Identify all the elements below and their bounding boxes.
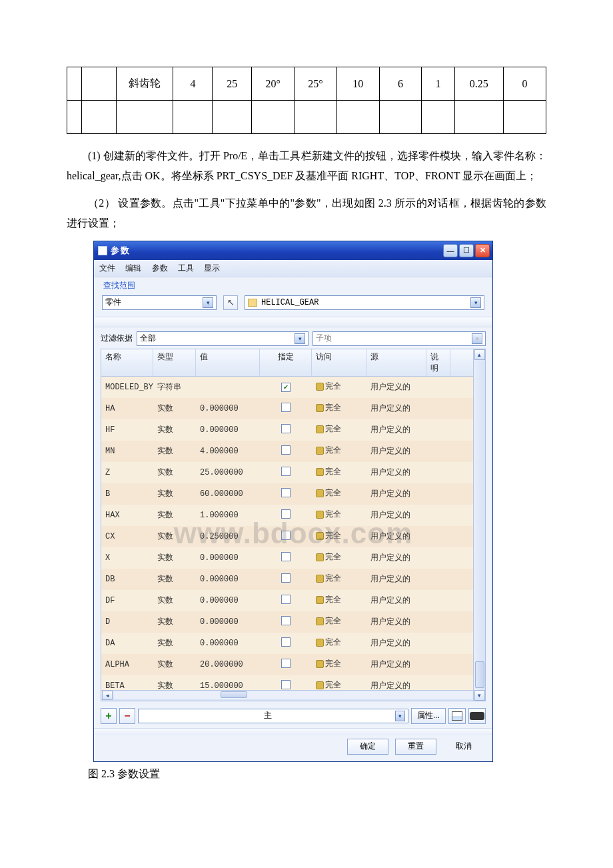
find-icon[interactable] <box>468 708 486 724</box>
title-bar[interactable]: 参数 — ☐ ✕ <box>94 241 492 260</box>
table-row[interactable]: BETA实数15.000000完全用户定义的 <box>101 675 485 690</box>
scroll-down-icon[interactable]: ▾ <box>474 690 485 701</box>
checkbox-icon[interactable] <box>281 383 291 392</box>
cell-spec[interactable] <box>260 445 312 457</box>
table-row[interactable]: HA实数0.000000完全用户定义的 <box>101 398 485 419</box>
properties-button[interactable]: 属性... <box>411 708 446 724</box>
cell-value[interactable]: 15.000000 <box>196 681 260 690</box>
cancel-button[interactable]: 取消 <box>443 739 484 755</box>
checkbox-icon[interactable] <box>281 424 291 433</box>
checkbox-icon[interactable] <box>281 680 291 689</box>
table-view-icon[interactable] <box>448 708 466 724</box>
checkbox-icon[interactable] <box>281 552 291 561</box>
checkbox-icon[interactable] <box>281 509 291 519</box>
col-access[interactable]: 访问 <box>312 349 366 376</box>
ok-button[interactable]: 确定 <box>347 739 388 755</box>
table-row[interactable]: X实数0.000000完全用户定义的 <box>101 547 485 569</box>
cell-value[interactable]: 25.000000 <box>196 468 260 477</box>
cell-value[interactable]: 0.000000 <box>196 404 260 413</box>
checkbox-icon[interactable] <box>281 616 291 625</box>
reset-button[interactable]: 重置 <box>395 739 436 755</box>
vscroll-thumb[interactable] <box>475 661 484 688</box>
file-combo[interactable]: HELICAL_GEAR ▾ <box>245 295 484 310</box>
table-row[interactable]: Z实数25.000000完全用户定义的 <box>101 462 485 483</box>
remove-button[interactable]: − <box>119 708 135 724</box>
table-row[interactable]: DB实数0.000000完全用户定义的 <box>101 569 485 590</box>
cell-spec[interactable] <box>260 552 312 564</box>
col-type[interactable]: 类型 <box>153 349 196 376</box>
menu-file[interactable]: 文件 <box>99 263 115 273</box>
cell-name: HA <box>101 404 153 413</box>
table-row[interactable]: MODELED_BY字符串完全用户定义的 <box>101 377 485 398</box>
checkbox-icon[interactable] <box>281 403 291 412</box>
grid-body[interactable]: www.bdocx.com MODELED_BY字符串完全用户定义的HA实数0.… <box>101 377 485 690</box>
table-row[interactable]: DA实数0.000000完全用户定义的 <box>101 633 485 654</box>
cell-spec[interactable] <box>260 509 312 521</box>
cell-spec[interactable] <box>260 531 312 543</box>
cell-value[interactable]: 0.000000 <box>196 575 260 584</box>
main-combo[interactable]: 主 ▾ <box>138 709 408 723</box>
cell-spec[interactable] <box>260 488 312 500</box>
col-desc[interactable]: 说明 <box>426 349 450 376</box>
cell-value[interactable]: 0.000000 <box>196 596 260 605</box>
col-value[interactable]: 值 <box>196 349 260 376</box>
subitem-combo[interactable]: 子项 ▾ <box>312 331 486 346</box>
table-row[interactable]: HF实数0.000000完全用户定义的 <box>101 419 485 441</box>
pointer-button[interactable]: ↖ <box>223 295 238 310</box>
cell-value[interactable]: 0.000000 <box>196 617 260 627</box>
cell-value[interactable]: 0.250000 <box>196 532 260 541</box>
cell-value[interactable]: 1.000000 <box>196 511 260 520</box>
table-row[interactable]: MN实数4.000000完全用户定义的 <box>101 441 485 462</box>
cell-spec[interactable] <box>260 467 312 479</box>
table-row[interactable]: D实数0.000000完全用户定义的 <box>101 611 485 633</box>
filter-combo[interactable]: 全部 ▾ <box>137 331 308 346</box>
menu-params[interactable]: 参数 <box>152 263 168 273</box>
vertical-scrollbar[interactable]: ▴ ▾ <box>473 349 485 701</box>
menu-tools[interactable]: 工具 <box>178 263 194 273</box>
table-row[interactable]: CX实数0.250000完全用户定义的 <box>101 526 485 547</box>
cell-spec[interactable] <box>260 680 312 690</box>
scope-combo[interactable]: 零件 ▾ <box>102 295 217 310</box>
horizontal-scrollbar[interactable]: ◂ ▸ <box>101 690 485 701</box>
checkbox-icon[interactable] <box>281 637 291 647</box>
table-row[interactable]: DF实数0.000000完全用户定义的 <box>101 590 485 611</box>
cell-spec[interactable] <box>260 595 312 607</box>
cell-spec[interactable] <box>260 616 312 628</box>
checkbox-icon[interactable] <box>281 445 291 455</box>
hscroll-thumb[interactable] <box>221 691 247 698</box>
table-row[interactable]: ALPHA实数20.000000完全用户定义的 <box>101 654 485 675</box>
table-row[interactable]: HAX实数1.000000完全用户定义的 <box>101 505 485 526</box>
checkbox-icon[interactable] <box>281 467 291 476</box>
menu-edit[interactable]: 编辑 <box>125 263 141 273</box>
cell-spec[interactable] <box>260 424 312 436</box>
maximize-button[interactable]: ☐ <box>459 244 474 257</box>
table-row[interactable]: B实数60.000000完全用户定义的 <box>101 483 485 505</box>
col-spec[interactable]: 指定 <box>260 349 312 376</box>
add-button[interactable]: + <box>101 708 117 724</box>
cell-spec[interactable] <box>260 383 312 392</box>
cell-spec[interactable] <box>260 659 312 671</box>
cell-value[interactable]: 0.000000 <box>196 425 260 435</box>
cell-spec[interactable] <box>260 403 312 415</box>
cell-value[interactable]: 0.000000 <box>196 553 260 563</box>
minimize-button[interactable]: — <box>443 244 458 257</box>
cell-source: 用户定义的 <box>366 573 426 585</box>
cell-value[interactable]: 0.000000 <box>196 639 260 648</box>
cell-value[interactable]: 20.000000 <box>196 660 260 669</box>
checkbox-icon[interactable] <box>281 595 291 604</box>
scroll-up-icon[interactable]: ▴ <box>474 349 485 360</box>
checkbox-icon[interactable] <box>281 659 291 668</box>
checkbox-icon[interactable] <box>281 488 291 497</box>
menu-show[interactable]: 显示 <box>204 263 220 273</box>
cell-spec[interactable] <box>260 637 312 649</box>
cell-value[interactable]: 4.000000 <box>196 447 260 456</box>
scroll-left-icon[interactable]: ◂ <box>102 691 113 700</box>
col-source[interactable]: 源 <box>366 349 426 376</box>
checkbox-icon[interactable] <box>281 573 291 583</box>
cell-value[interactable]: 60.000000 <box>196 489 260 499</box>
cell-spec[interactable] <box>260 573 312 585</box>
checkbox-icon[interactable] <box>281 531 291 540</box>
close-button[interactable]: ✕ <box>475 244 490 257</box>
chevron-down-icon: ▾ <box>470 297 481 308</box>
col-name[interactable]: 名称 <box>101 349 153 376</box>
